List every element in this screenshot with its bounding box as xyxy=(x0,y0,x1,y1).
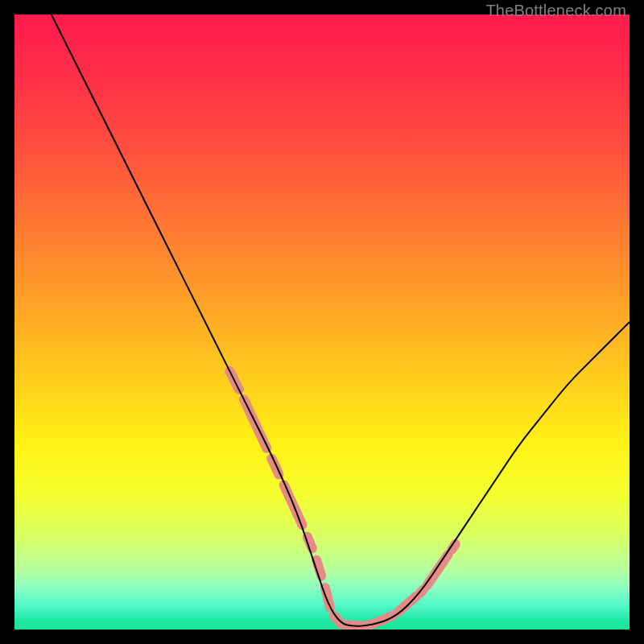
bottleneck-chart xyxy=(14,14,630,630)
plot-area xyxy=(14,14,630,630)
highlight-segment xyxy=(271,459,279,475)
chart-frame: TheBottleneck.com xyxy=(0,0,644,644)
gradient-background xyxy=(14,14,630,630)
watermark-text: TheBottleneck.com xyxy=(485,2,626,20)
